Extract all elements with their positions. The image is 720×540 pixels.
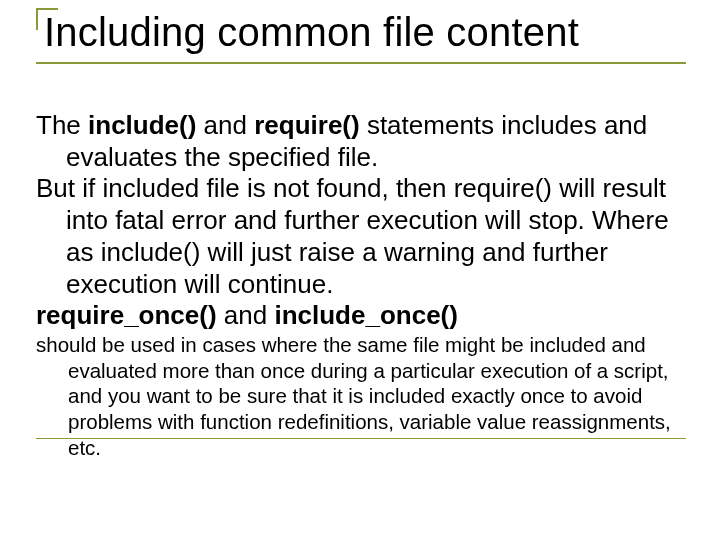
- paragraph-difference: But if included file is not found, then …: [36, 173, 686, 300]
- paragraph-once-explain: should be used in cases where the same f…: [36, 332, 686, 460]
- title-area: Including common file content: [36, 8, 686, 64]
- paragraph-once-heading: require_once() and include_once(): [36, 300, 686, 332]
- paragraph-include-require: The include() and require() statements i…: [36, 110, 686, 173]
- footer-rule: [36, 438, 686, 439]
- title-corner-accent: [36, 8, 58, 30]
- slide: { "title": "Including common file conten…: [0, 0, 720, 540]
- slide-body: The include() and require() statements i…: [36, 110, 686, 460]
- slide-title: Including common file content: [36, 8, 686, 64]
